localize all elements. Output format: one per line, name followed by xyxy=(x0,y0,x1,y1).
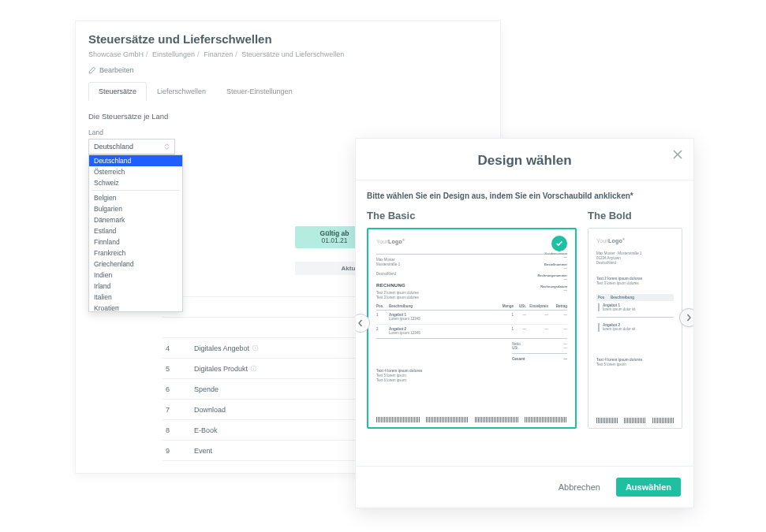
logo-placeholder: YourLogo● xyxy=(596,236,674,244)
tab-tax-settings[interactable]: Steuer-Einstellungen xyxy=(216,82,303,101)
cancel-button[interactable]: Abbrechen xyxy=(551,478,608,497)
country-option[interactable]: Kroatien xyxy=(89,303,182,312)
crumb-settings[interactable]: Einstellungen xyxy=(152,50,195,58)
info-icon[interactable] xyxy=(252,344,259,352)
close-button[interactable] xyxy=(671,148,684,161)
modal-header: Design wählen xyxy=(356,139,693,180)
country-select[interactable]: Deutschland xyxy=(88,139,175,154)
modal-footer: Abbrechen Auswählen xyxy=(356,466,693,508)
dropdown-separator xyxy=(92,190,179,191)
chevron-left-icon xyxy=(357,319,364,327)
check-icon xyxy=(555,240,563,247)
country-option[interactable]: Griechenland xyxy=(89,259,182,270)
tab-rates[interactable]: Steuersätze xyxy=(88,82,147,101)
modal-title: Design wählen xyxy=(368,153,681,169)
country-option[interactable]: Estland xyxy=(89,225,182,236)
crumb-current: Steuersätze und Lieferschwellen xyxy=(241,50,344,58)
barcode-row xyxy=(376,417,567,422)
country-option[interactable]: Frankreich xyxy=(89,247,182,259)
pencil-icon xyxy=(88,66,96,74)
tab-thresholds[interactable]: Lieferschwellen xyxy=(147,82,216,101)
chevron-right-icon xyxy=(685,314,693,322)
design-preview-basic[interactable]: YourLogo● Max Muster Musterstraße 1 Deut… xyxy=(367,228,577,429)
country-option[interactable]: Deutschland xyxy=(89,155,182,166)
design-card-basic: The Basic YourLogo● Max Muster Musterstr… xyxy=(367,210,577,429)
design-preview-bold[interactable]: YourLogo● Max Muster · Musterstraße 1 01… xyxy=(588,228,682,429)
country-option[interactable]: Finnland xyxy=(89,236,182,247)
logo-placeholder: YourLogo● xyxy=(376,237,567,244)
info-icon[interactable] xyxy=(250,365,257,372)
design-card-bold: The Bold YourLogo● Max Muster · Musterst… xyxy=(588,210,682,429)
country-option[interactable]: Belgien xyxy=(89,192,182,203)
design-title: The Basic xyxy=(367,210,577,221)
carousel-next-button[interactable] xyxy=(679,308,693,327)
country-label: Land xyxy=(88,128,488,136)
tabs: Steuersätze Lieferschwellen Steuer-Einst… xyxy=(88,82,488,101)
design-modal: Design wählen Bitte wählen Sie ein Desig… xyxy=(355,138,694,508)
close-icon xyxy=(671,148,684,161)
edit-button[interactable]: Bearbeiten xyxy=(88,66,488,74)
country-dropdown[interactable]: Deutschland Österreich Schweiz Belgien B… xyxy=(88,154,183,312)
select-button[interactable]: Auswählen xyxy=(616,478,681,497)
page-title: Steuersätze und Lieferschwellen xyxy=(88,32,488,46)
country-option[interactable]: Schweiz xyxy=(89,177,182,188)
crumb-company[interactable]: Showcase GmbH xyxy=(88,50,144,58)
country-option[interactable]: Italien xyxy=(89,292,182,303)
country-option[interactable]: Irland xyxy=(89,281,182,292)
selected-badge xyxy=(551,236,567,251)
country-option[interactable]: Dänemark xyxy=(89,214,182,225)
modal-hint: Bitte wählen Sie ein Design aus, indem S… xyxy=(367,192,682,200)
invoice-meta: Kundennummer— Bestellnummer— Rechnungsnu… xyxy=(537,251,567,293)
breadcrumb: Showcase GmbH/ Einstellungen/ Finanzen/ … xyxy=(88,50,488,58)
country-option[interactable]: Österreich xyxy=(89,166,182,177)
modal-body: Bitte wählen Sie ein Design aus, indem S… xyxy=(356,180,693,466)
barcode-row xyxy=(596,418,674,423)
select-caret-icon xyxy=(163,143,170,150)
country-option[interactable]: Bulgarien xyxy=(89,203,182,214)
country-option[interactable]: Indien xyxy=(89,270,182,281)
design-title: The Bold xyxy=(588,210,682,221)
crumb-finance[interactable]: Finanzen xyxy=(204,50,233,58)
section-heading: Die Steuersätze je Land xyxy=(88,112,488,121)
